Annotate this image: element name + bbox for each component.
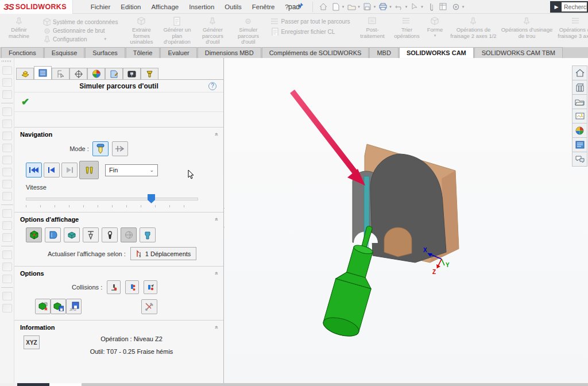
go-to-start-button[interactable] xyxy=(26,163,42,177)
menu-insertion[interactable]: Insertion xyxy=(184,1,219,13)
mode-turbo-button[interactable] xyxy=(112,141,128,156)
menu-outils[interactable]: Outils xyxy=(219,1,246,13)
toolbar-grip[interactable] xyxy=(2,60,12,62)
ribbon-passer-parcours-button[interactable]: Passer par tout le parcours xyxy=(270,17,350,25)
attach-icon[interactable] xyxy=(425,2,436,12)
left-toolbar-icon[interactable] xyxy=(2,90,12,99)
home-icon[interactable] xyxy=(318,2,329,12)
section-view-button[interactable] xyxy=(121,227,137,242)
ribbon-configuration-button[interactable]: Configuration ▾ xyxy=(42,35,118,43)
menu-affichage[interactable]: Affichage xyxy=(146,1,184,13)
left-toolbar-icon[interactable] xyxy=(2,78,12,87)
open-icon[interactable] xyxy=(346,2,357,12)
speed-slider[interactable] xyxy=(26,194,198,203)
tab-esquisse[interactable]: Esquisse xyxy=(44,47,85,58)
menu-edition[interactable]: Edition xyxy=(115,1,146,13)
search-flyout-icon[interactable]: ▶ xyxy=(551,2,562,11)
mode-tool-button[interactable] xyxy=(92,141,109,156)
menu-help[interactable]: ? xyxy=(280,1,293,13)
undo-icon[interactable] xyxy=(393,2,405,12)
tab-dimensions-mbd[interactable]: Dimensions MBD xyxy=(198,47,261,58)
left-toolbar-icon[interactable] xyxy=(2,107,12,116)
save-icon[interactable] xyxy=(362,2,373,12)
show-tool-button[interactable] xyxy=(83,227,99,242)
ok-check-button[interactable]: ✔ xyxy=(21,96,29,108)
tab-mbd[interactable]: MBD xyxy=(369,47,398,58)
left-toolbar-icon[interactable] xyxy=(2,250,12,259)
help-icon[interactable]: ? xyxy=(208,82,216,90)
record-video-off-button[interactable] xyxy=(35,299,51,314)
ribbon-generer-plan-button[interactable]: Générer un plan d'opération xyxy=(159,15,195,46)
ribbon-systeme-coordonnees-button[interactable]: Système de coordonnées xyxy=(42,18,118,26)
tab-cam-tools[interactable] xyxy=(141,68,158,79)
left-toolbar-icon[interactable] xyxy=(2,275,12,283)
ribbon-fraisage-3axes-button[interactable]: Opérations de fraisage 3 axes xyxy=(553,15,588,46)
taskpane-view-palette-button[interactable] xyxy=(572,109,587,123)
tab-complements[interactable]: Compléments de SOLIDWORKS xyxy=(262,47,369,58)
left-toolbar-icon[interactable] xyxy=(2,209,12,218)
tab-configurations[interactable] xyxy=(52,68,69,79)
left-toolbar-icon[interactable] xyxy=(2,263,12,271)
show-holder-button[interactable] xyxy=(102,227,118,242)
pin-menu-icon[interactable] xyxy=(296,2,304,12)
tab-solidworks-cam[interactable]: SOLIDWORKS CAM xyxy=(399,47,474,58)
moves-button[interactable]: 5 1 Déplacements xyxy=(130,247,197,260)
columns-icon[interactable] xyxy=(438,2,449,12)
show-toolpath-button[interactable] xyxy=(140,227,156,242)
taskpane-appearances-button[interactable] xyxy=(572,123,587,138)
slider-track[interactable] xyxy=(26,198,198,200)
tab-solidworks-cam-tbm[interactable]: SOLIDWORKS CAM TBM xyxy=(474,47,563,58)
left-toolbar-icon[interactable] xyxy=(2,304,12,312)
tab-tolerie[interactable]: Tôlerie xyxy=(126,47,160,58)
ribbon-definir-machine-button[interactable]: Définir machine xyxy=(1,15,37,46)
simulation-settings-button[interactable] xyxy=(141,299,157,314)
ribbon-fraisage-2axes-button[interactable]: Opérations de fraisage 2 axes 1/2 xyxy=(446,15,500,46)
end-condition-dropdown[interactable]: Fin ⌄ xyxy=(105,164,158,176)
new-document-icon[interactable] xyxy=(330,2,342,12)
menu-fenetre[interactable]: Fenêtre xyxy=(247,1,280,13)
configuration-dropdown-icon[interactable]: ▾ xyxy=(104,37,106,41)
collision-continue-button[interactable] xyxy=(144,280,157,294)
left-toolbar-icon[interactable] xyxy=(2,168,12,176)
collapse-chevron-icon[interactable]: » xyxy=(213,133,219,136)
ribbon-extraire-formes-button[interactable]: Extraire formes usinables xyxy=(123,15,159,46)
pause-button[interactable] xyxy=(79,161,99,179)
show-stock-button[interactable] xyxy=(26,227,42,242)
collision-stop-button[interactable] xyxy=(107,280,121,294)
ribbon-enregistrer-cl-button[interactable]: Enregistrer fichier CL xyxy=(270,28,350,36)
collapse-chevron-icon[interactable]: » xyxy=(213,218,219,221)
left-toolbar-icon[interactable] xyxy=(2,192,12,200)
record-video-save-button[interactable] xyxy=(51,299,66,314)
collapse-chevron-icon[interactable]: » xyxy=(213,326,219,329)
collision-pause-button[interactable] xyxy=(125,280,139,294)
ribbon-generer-parcours-button[interactable]: Générer parcours d'outil xyxy=(195,15,230,46)
tab-dimxpertmanager[interactable] xyxy=(69,68,87,79)
left-toolbar-icon[interactable] xyxy=(2,119,12,128)
taskpane-home-button[interactable] xyxy=(572,65,587,80)
taskpane-library-button[interactable] xyxy=(572,80,587,95)
ribbon-usinage-trou-button[interactable]: Opérations d'usinage de trou xyxy=(500,15,553,46)
tab-cam-operation-tree[interactable] xyxy=(123,68,141,79)
taskpane-custom-properties-button[interactable] xyxy=(572,137,587,152)
tab-fonctions[interactable]: Fonctions xyxy=(1,47,44,58)
left-toolbar-icon[interactable] xyxy=(2,292,12,300)
select-icon[interactable] xyxy=(409,2,420,12)
tab-featuremanager[interactable] xyxy=(16,68,34,79)
left-toolbar-icon[interactable] xyxy=(2,132,12,140)
tab-propertymanager[interactable] xyxy=(34,66,52,79)
left-toolbar-icon[interactable] xyxy=(2,144,12,152)
left-toolbar-icon[interactable] xyxy=(2,156,12,164)
tab-cam-feature-tree[interactable] xyxy=(105,68,123,79)
ribbon-simuler-parcours-button[interactable]: Simuler parcours d'outil xyxy=(230,15,266,46)
print-icon[interactable] xyxy=(377,2,389,12)
ribbon-forme-button[interactable]: Forme ▾ xyxy=(423,15,446,46)
tab-surfaces[interactable]: Surfaces xyxy=(85,47,125,58)
collapse-chevron-icon[interactable]: » xyxy=(213,272,219,275)
ribbon-trier-operations-button[interactable]: Trier opérations xyxy=(393,15,420,46)
tab-evaluer[interactable]: Evaluer xyxy=(160,47,196,58)
left-toolbar-icon[interactable] xyxy=(2,233,12,242)
settings-gear-icon[interactable] xyxy=(450,2,462,12)
ribbon-gestionnaire-brut-button[interactable]: Gestionnaire de brut xyxy=(42,26,118,34)
save-image-jpg-button[interactable]: JPG xyxy=(66,299,82,314)
left-toolbar-icon[interactable] xyxy=(2,180,12,188)
